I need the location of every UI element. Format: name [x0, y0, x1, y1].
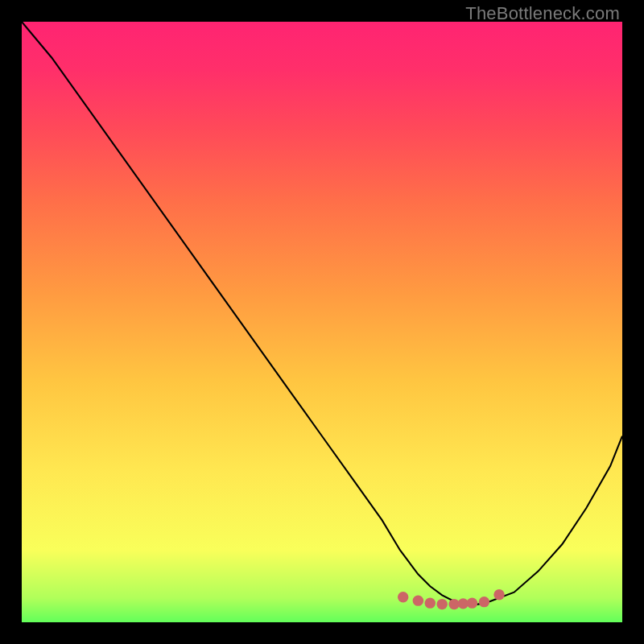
marker-dot [425, 597, 436, 608]
chart-plot-area [22, 22, 622, 622]
marker-dot [467, 597, 477, 608]
marker-dot [493, 589, 504, 600]
marker-dot [436, 599, 447, 609]
chart-svg [22, 22, 622, 622]
marker-dot [413, 595, 423, 605]
curve-line [22, 22, 622, 605]
watermark-text: TheBottleneck.com [465, 3, 620, 24]
marker-dot [398, 592, 408, 602]
marker-dot [479, 597, 489, 607]
